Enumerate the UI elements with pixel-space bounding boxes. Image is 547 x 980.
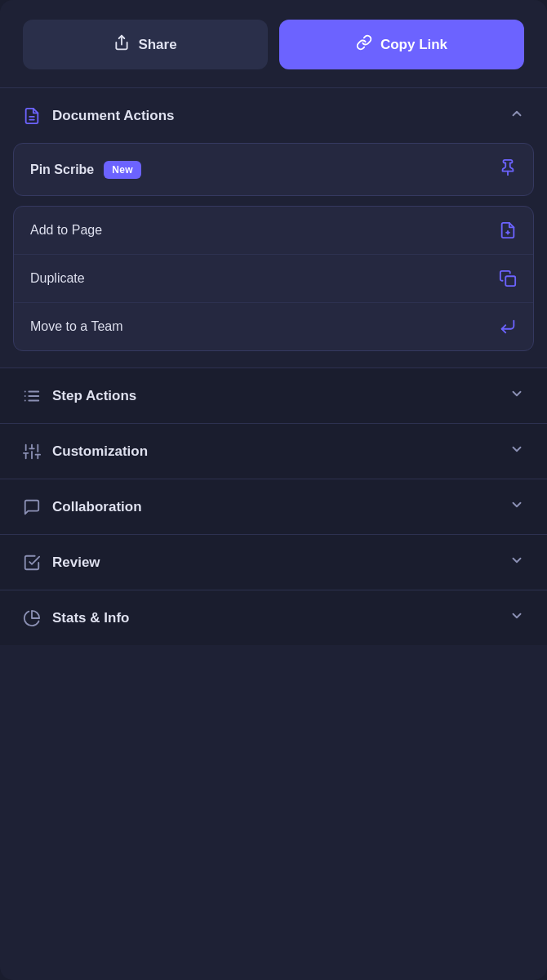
step-actions-icon [23, 387, 41, 405]
collaboration-title: Collaboration [52, 499, 142, 515]
add-to-page-label: Add to Page [30, 223, 102, 238]
pin-scribe-label: Pin Scribe [30, 163, 94, 177]
main-container: Share Copy Link [0, 0, 547, 980]
review-chevron [509, 553, 524, 572]
step-actions-chevron [509, 386, 524, 405]
duplicate-item[interactable]: Duplicate [14, 255, 533, 303]
review-header-left: Review [23, 554, 100, 572]
customization-header-left: Customization [23, 443, 148, 461]
copy-link-button[interactable]: Copy Link [279, 20, 524, 69]
document-actions-icon [23, 107, 41, 125]
customization-title: Customization [52, 443, 148, 460]
stats-info-title: Stats & Info [52, 610, 129, 626]
action-list: Add to Page Duplicate [13, 206, 534, 351]
new-badge: New [104, 161, 141, 179]
stats-info-section: Stats & Info [0, 590, 547, 645]
document-actions-content: Pin Scribe New Add to Page [0, 143, 547, 368]
stats-info-header-left: Stats & Info [23, 609, 129, 627]
review-icon [23, 554, 41, 572]
collaboration-header[interactable]: Collaboration [0, 479, 547, 534]
move-to-team-item[interactable]: Move to a Team [14, 303, 533, 350]
customization-icon [23, 443, 41, 461]
share-button[interactable]: Share [23, 20, 268, 69]
stats-info-chevron [509, 608, 524, 627]
review-title: Review [52, 555, 100, 571]
document-actions-section: Document Actions Pin Scribe New [0, 88, 547, 368]
move-to-team-label: Move to a Team [30, 319, 123, 334]
review-section: Review [0, 535, 547, 590]
add-to-page-item[interactable]: Add to Page [14, 207, 533, 255]
document-actions-header-left: Document Actions [23, 107, 175, 125]
pin-scribe-card[interactable]: Pin Scribe New [13, 143, 534, 196]
move-to-team-icon [499, 318, 517, 336]
step-actions-header[interactable]: Step Actions [0, 368, 547, 423]
copy-link-icon [356, 34, 372, 55]
customization-chevron [509, 442, 524, 461]
review-header[interactable]: Review [0, 535, 547, 590]
customization-section: Customization [0, 424, 547, 479]
document-actions-header[interactable]: Document Actions [0, 88, 547, 143]
share-icon [113, 34, 130, 55]
document-actions-chevron [509, 106, 524, 125]
collaboration-section: Collaboration [0, 479, 547, 534]
share-label: Share [138, 37, 176, 53]
pin-icon [499, 158, 517, 180]
pin-scribe-left: Pin Scribe New [30, 161, 141, 179]
step-actions-section: Step Actions [0, 368, 547, 423]
stats-info-icon [23, 609, 41, 627]
step-actions-header-left: Step Actions [23, 387, 136, 405]
duplicate-icon [499, 270, 517, 287]
svg-rect-6 [505, 276, 515, 286]
add-to-page-icon [499, 221, 517, 239]
collaboration-chevron [509, 497, 524, 516]
step-actions-title: Step Actions [52, 388, 136, 404]
customization-header[interactable]: Customization [0, 424, 547, 479]
collaboration-header-left: Collaboration [23, 498, 142, 516]
stats-info-header[interactable]: Stats & Info [0, 590, 547, 645]
top-bar: Share Copy Link [0, 0, 547, 87]
duplicate-label: Duplicate [30, 271, 85, 286]
copy-link-label: Copy Link [380, 37, 447, 53]
collaboration-icon [23, 498, 41, 516]
document-actions-title: Document Actions [52, 108, 175, 124]
